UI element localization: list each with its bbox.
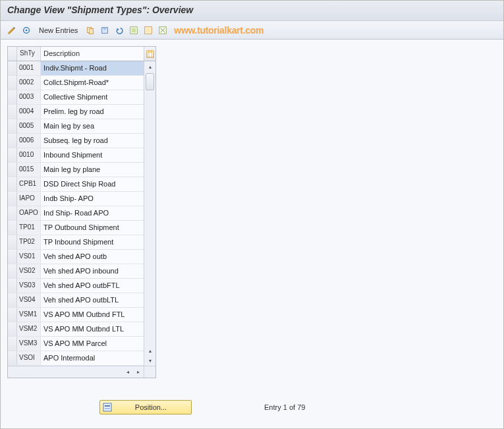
cell-shty[interactable]: 0005 [17, 119, 41, 133]
table-row[interactable]: VSM2VS APO MM Outbnd LTL [8, 322, 144, 337]
table-row[interactable]: VS01Veh shed APO outb [8, 250, 144, 264]
cell-description[interactable]: TP Outbound Shipment [41, 221, 144, 235]
cell-description[interactable]: Prelim. leg by road [41, 105, 144, 119]
scroll-track[interactable] [144, 72, 155, 346]
cell-shty[interactable]: 0002 [17, 76, 41, 90]
copy-as-icon[interactable] [84, 24, 96, 36]
cell-description[interactable]: APO Intermodal [41, 351, 144, 365]
row-selector[interactable] [8, 235, 17, 249]
select-all-icon[interactable] [128, 24, 140, 36]
table-row[interactable]: OAPOInd Ship- Road APO [8, 206, 144, 221]
cell-shty[interactable]: VSM2 [17, 322, 41, 336]
row-selector[interactable] [8, 337, 17, 351]
cell-description[interactable]: Subseq. leg by road [41, 134, 144, 148]
deselect-all-icon[interactable] [157, 24, 169, 36]
cell-description[interactable]: Veh shed APO outbFTL [41, 279, 144, 293]
cell-shty[interactable]: 0003 [17, 90, 41, 104]
new-entries-button[interactable]: New Entries [35, 26, 82, 34]
cell-description[interactable]: Ind Ship- Road APO [41, 206, 144, 220]
cell-description[interactable]: Indiv.Shipmt - Road [41, 61, 144, 75]
position-button[interactable]: Position... [99, 400, 192, 415]
row-selector[interactable] [8, 105, 17, 119]
undo-icon[interactable] [113, 24, 125, 36]
row-selector[interactable] [8, 192, 17, 206]
table-row[interactable]: IAPOIndb Ship- APO [8, 192, 144, 206]
cell-description[interactable]: Indb Ship- APO [41, 192, 144, 206]
select-all-column-header[interactable] [8, 47, 17, 61]
cell-shty[interactable]: VS02 [17, 264, 41, 278]
horizontal-scrollbar[interactable]: ◂ ▸ [8, 366, 155, 378]
cell-description[interactable]: VS APO MM Outbnd FTL [41, 308, 144, 322]
table-row[interactable]: VS04Veh shed APO outbLTL [8, 293, 144, 308]
table-row[interactable]: 0002Collct.Shipmt-Road* [8, 76, 144, 90]
row-selector[interactable] [8, 76, 17, 90]
delete-icon[interactable] [99, 24, 111, 36]
cell-shty[interactable]: OAPO [17, 206, 41, 220]
table-row[interactable]: VSM3VS APO MM Parcel [8, 337, 144, 351]
row-selector[interactable] [8, 279, 17, 293]
scroll-thumb[interactable] [146, 73, 154, 90]
column-header-description[interactable]: Description [41, 47, 144, 61]
table-row[interactable]: 0015Main leg by plane [8, 163, 144, 177]
table-row[interactable]: 0005Main leg by sea [8, 119, 144, 134]
row-selector[interactable] [8, 177, 17, 191]
cell-description[interactable]: DSD Direct Ship Road [41, 177, 144, 191]
table-row[interactable]: 0006Subseq. leg by road [8, 134, 144, 148]
table-row[interactable]: 0001Indiv.Shipmt - Road [8, 61, 144, 76]
row-selector[interactable] [8, 264, 17, 278]
row-selector[interactable] [8, 322, 17, 336]
row-selector[interactable] [8, 308, 17, 322]
cell-description[interactable]: Veh shed APO inbound [41, 264, 144, 278]
cell-shty[interactable]: IAPO [17, 192, 41, 206]
other-view-icon[interactable] [20, 24, 32, 36]
table-row[interactable]: TP02TP Inbound Shipment [8, 235, 144, 250]
column-header-shty[interactable]: ShTy [17, 47, 41, 61]
table-row[interactable]: VSOIAPO Intermodal [8, 351, 144, 366]
table-row[interactable]: VS03Veh shed APO outbFTL [8, 279, 144, 293]
cell-description[interactable]: Veh shed APO outb [41, 250, 144, 264]
cell-shty[interactable]: VSOI [17, 351, 41, 365]
row-selector[interactable] [8, 293, 17, 307]
cell-shty[interactable]: VS01 [17, 250, 41, 264]
table-row[interactable]: VSM1VS APO MM Outbnd FTL [8, 308, 144, 322]
row-selector[interactable] [8, 206, 17, 220]
cell-description[interactable]: Collct.Shipmt-Road* [41, 76, 144, 90]
row-selector[interactable] [8, 134, 17, 148]
table-row[interactable]: TP01TP Outbound Shipment [8, 221, 144, 235]
select-block-icon[interactable] [142, 24, 154, 36]
cell-description[interactable]: Collective Shipment [41, 90, 144, 104]
cell-description[interactable]: Inbound Shipment [41, 148, 144, 162]
cell-description[interactable]: TP Inbound Shipment [41, 235, 144, 249]
row-selector[interactable] [8, 250, 17, 264]
scroll-up-icon[interactable]: ▴ [144, 61, 155, 72]
hscroll-track[interactable] [8, 366, 123, 378]
vertical-scrollbar[interactable]: ▴ ▴ ▾ [144, 61, 155, 366]
cell-description[interactable]: Veh shed APO outbLTL [41, 293, 144, 307]
cell-shty[interactable]: 0001 [17, 61, 41, 75]
scroll-small-up-icon[interactable]: ▴ [144, 346, 155, 355]
cell-description[interactable]: VS APO MM Parcel [41, 337, 144, 351]
cell-shty[interactable]: 0004 [17, 105, 41, 119]
table-row[interactable]: 0010Inbound Shipment [8, 148, 144, 163]
cell-shty[interactable]: 0015 [17, 163, 41, 177]
table-row[interactable]: 0004Prelim. leg by road [8, 105, 144, 119]
row-selector[interactable] [8, 119, 17, 133]
cell-shty[interactable]: TP01 [17, 221, 41, 235]
cell-shty[interactable]: VS04 [17, 293, 41, 307]
cell-shty[interactable]: VS03 [17, 279, 41, 293]
row-selector[interactable] [8, 148, 17, 162]
table-row[interactable]: VS02Veh shed APO inbound [8, 264, 144, 279]
cell-shty[interactable]: CPB1 [17, 177, 41, 191]
table-row[interactable]: 0003Collective Shipment [8, 90, 144, 105]
table-settings-icon[interactable] [144, 47, 155, 61]
row-selector[interactable] [8, 90, 17, 104]
row-selector[interactable] [8, 351, 17, 365]
cell-description[interactable]: VS APO MM Outbnd LTL [41, 322, 144, 336]
cell-shty[interactable]: TP02 [17, 235, 41, 249]
cell-shty[interactable]: VSM1 [17, 308, 41, 322]
scroll-left-icon[interactable]: ◂ [123, 366, 133, 378]
scroll-right-icon[interactable]: ▸ [133, 366, 144, 378]
display-change-icon[interactable] [6, 24, 18, 36]
scroll-down-icon[interactable]: ▾ [144, 355, 155, 366]
row-selector[interactable] [8, 221, 17, 235]
